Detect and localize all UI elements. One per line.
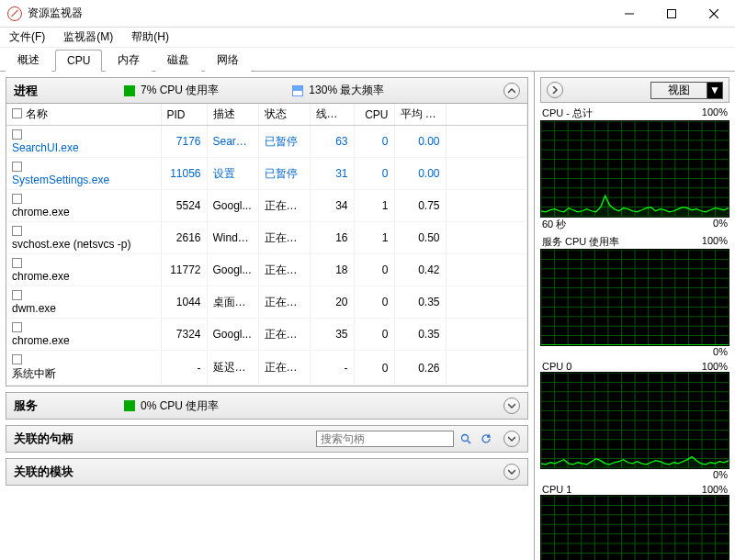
panel-handles-header[interactable]: 关联的句柄 (6, 426, 527, 452)
services-cpu-swatch-icon (124, 400, 135, 411)
expand-handles-button[interactable] (503, 431, 520, 447)
menu-help[interactable]: 帮助(H) (128, 28, 173, 47)
table-row[interactable]: svchost.exe (netsvcs -p)2616Windo...正在运行… (6, 222, 527, 254)
panel-processes: 进程 7% CPU 使用率 130% 最大频率 (6, 77, 528, 386)
chart-0: CPU - 总计100%60 秒0% (540, 106, 729, 231)
panel-handles-title: 关联的句柄 (14, 431, 74, 447)
panel-modules: 关联的模块 (6, 458, 528, 486)
search-icon[interactable] (458, 431, 474, 447)
tab-memory[interactable]: 内存 (106, 48, 152, 72)
row-checkbox[interactable] (12, 129, 22, 140)
panel-services-title: 服务 (14, 398, 115, 414)
select-all-checkbox[interactable] (12, 108, 22, 118)
row-checkbox[interactable] (12, 322, 22, 332)
svg-point-4 (462, 435, 469, 442)
refresh-icon[interactable] (478, 431, 494, 447)
col-pid[interactable]: PID (161, 104, 207, 126)
menubar: 文件(F) 监视器(M) 帮助(H) (0, 28, 735, 48)
row-checkbox[interactable] (12, 226, 22, 236)
services-cpu-stat: 0% CPU 使用率 (124, 398, 219, 414)
chart-max: 100% (702, 106, 728, 120)
chart-max: 100% (702, 484, 728, 495)
chart-bottom-right: 0% (713, 218, 728, 231)
chart-title: 服务 CPU 使用率 (542, 235, 619, 249)
table-row[interactable]: SearchUI.exe7176Search...已暂停6300.00 (6, 126, 527, 158)
chart-max: 100% (702, 235, 728, 249)
table-row[interactable]: 系统中断-延迟过...正在运行-00.26 (6, 351, 527, 386)
row-checkbox[interactable] (12, 258, 22, 268)
table-row[interactable]: chrome.exe5524Googl...正在运行3410.75 (6, 190, 527, 222)
max-freq-swatch-icon (292, 85, 303, 96)
process-table-header-row: 名称 PID 描述 状态 线程数 CPU 平均 C... (6, 104, 527, 126)
chart-title: CPU 0 (542, 361, 571, 372)
panel-services-header[interactable]: 服务 0% CPU 使用率 (6, 393, 527, 419)
cpu-usage-swatch-icon (124, 85, 135, 96)
row-checkbox[interactable] (12, 290, 22, 300)
titlebar: 资源监视器 (0, 0, 735, 28)
table-row[interactable]: chrome.exe7324Googl...正在运行3500.35 (6, 319, 527, 351)
chart-bottom-right: 0% (713, 469, 728, 480)
view-dropdown[interactable]: 视图 ▼ (650, 82, 723, 99)
cpu-usage-label: 7% CPU 使用率 (141, 83, 219, 98)
chart-canvas (540, 249, 729, 346)
panel-modules-header[interactable]: 关联的模块 (6, 459, 527, 485)
cpu-usage-stat: 7% CPU 使用率 (124, 83, 219, 98)
chart-bottom-right: 0% (713, 346, 728, 357)
max-freq-label: 130% 最大频率 (309, 83, 384, 98)
table-row[interactable]: dwm.exe1044桌面窗...正在运行2000.35 (6, 286, 527, 319)
chevron-down-icon: ▼ (707, 83, 722, 98)
col-avg[interactable]: 平均 C... (394, 104, 446, 126)
svg-line-5 (468, 441, 470, 443)
row-checkbox[interactable] (12, 354, 22, 364)
expand-modules-button[interactable] (503, 464, 520, 480)
chart-canvas (540, 495, 729, 560)
table-row[interactable]: chrome.exe11772Googl...正在运行1800.42 (6, 254, 527, 286)
window-title: 资源监视器 (28, 6, 83, 21)
col-status[interactable]: 状态 (258, 104, 310, 126)
chart-title: CPU 1 (542, 484, 571, 495)
chart-nav-button[interactable] (547, 82, 563, 98)
minimize-button[interactable] (608, 0, 650, 27)
tab-overview[interactable]: 概述 (6, 48, 51, 72)
panel-handles: 关联的句柄 (6, 425, 528, 453)
process-table: 名称 PID 描述 状态 线程数 CPU 平均 C... SearchUI.ex… (6, 104, 527, 386)
tab-disk[interactable]: 磁盘 (155, 48, 201, 72)
right-pane: 视图 ▼ CPU - 总计100%60 秒0%服务 CPU 使用率100%0%C… (535, 72, 735, 560)
table-row[interactable]: SystemSettings.exe11056设置已暂停3100.00 (6, 158, 527, 190)
menu-file[interactable]: 文件(F) (6, 28, 49, 47)
chart-2: CPU 0100%0% (540, 361, 729, 480)
max-freq-stat: 130% 最大频率 (292, 83, 384, 98)
menu-monitor[interactable]: 监视器(M) (60, 28, 117, 47)
view-dropdown-label: 视图 (651, 83, 707, 98)
chart-canvas (540, 120, 729, 218)
app-icon (7, 6, 22, 21)
chart-title: CPU - 总计 (542, 106, 593, 120)
chart-1: 服务 CPU 使用率100%0% (540, 235, 729, 357)
chart-max: 100% (702, 361, 728, 372)
panel-processes-title: 进程 (14, 83, 115, 99)
tab-network[interactable]: 网络 (205, 48, 251, 72)
collapse-processes-button[interactable] (503, 83, 520, 99)
row-checkbox[interactable] (12, 162, 22, 172)
left-pane: 进程 7% CPU 使用率 130% 最大频率 (0, 72, 535, 560)
tab-cpu[interactable]: CPU (55, 50, 102, 72)
chart-canvas (540, 372, 729, 469)
right-pane-header: 视图 ▼ (540, 77, 729, 103)
expand-services-button[interactable] (503, 398, 520, 414)
col-desc[interactable]: 描述 (207, 104, 258, 126)
row-checkbox[interactable] (12, 194, 22, 204)
tabs: 概述 CPU 内存 磁盘 网络 (0, 48, 735, 72)
chart-bottom-left: 60 秒 (542, 218, 566, 231)
search-handles-input[interactable] (316, 431, 454, 447)
col-cpu[interactable]: CPU (354, 104, 394, 126)
panel-services: 服务 0% CPU 使用率 (6, 392, 528, 420)
col-name[interactable]: 名称 (6, 104, 161, 126)
svg-rect-1 (668, 9, 676, 17)
panel-processes-header[interactable]: 进程 7% CPU 使用率 130% 最大频率 (6, 78, 527, 104)
services-cpu-label: 0% CPU 使用率 (141, 398, 219, 414)
chart-3: CPU 1100% (540, 484, 729, 560)
maximize-button[interactable] (650, 0, 693, 27)
close-button[interactable] (693, 0, 735, 27)
panel-modules-title: 关联的模块 (14, 464, 115, 480)
col-threads[interactable]: 线程数 (310, 104, 354, 126)
